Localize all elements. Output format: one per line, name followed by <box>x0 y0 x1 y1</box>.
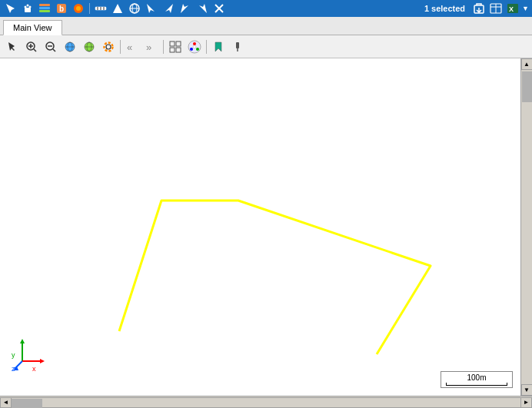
color-palette-icon[interactable] <box>185 38 204 56</box>
scroll-thumb[interactable] <box>522 71 532 102</box>
svg-point-10 <box>76 6 81 11</box>
zoom-in-icon[interactable] <box>22 38 41 56</box>
svg-text:y: y <box>12 351 15 359</box>
scroll-up-arrow[interactable]: ▲ <box>521 58 533 70</box>
scale-bar-line <box>446 383 507 386</box>
hscroll-thumb[interactable] <box>12 399 42 408</box>
bookmark-icon[interactable] <box>209 38 228 56</box>
main-view-tab[interactable]: Main View <box>3 20 62 35</box>
svg-rect-48 <box>176 48 181 52</box>
top-toolbar: b 1 selected X ▼ <box>0 0 532 17</box>
svg-rect-3 <box>25 8 31 12</box>
svg-point-41 <box>106 45 111 49</box>
yellow-shape <box>119 201 431 354</box>
export1-icon[interactable] <box>471 2 487 15</box>
svg-text:»: » <box>146 41 151 53</box>
svg-rect-47 <box>170 48 175 52</box>
letter-b-icon[interactable]: b <box>54 2 69 15</box>
svg-point-50 <box>193 42 196 45</box>
main-area: x y z 100m ▲ ▼ <box>0 58 532 396</box>
tab-bar: Main View <box>0 17 532 35</box>
svg-marker-60 <box>40 359 45 363</box>
svg-rect-6 <box>39 10 50 12</box>
svg-line-33 <box>53 49 55 51</box>
svg-text:x: x <box>32 365 36 373</box>
axis-indicator: x y z <box>11 334 49 373</box>
svg-point-0 <box>27 5 29 7</box>
pin-tool-icon[interactable] <box>228 38 247 56</box>
table-icon[interactable] <box>488 2 504 15</box>
svg-rect-55 <box>236 42 239 48</box>
svg-text:X: X <box>509 5 514 13</box>
globe-color-icon[interactable] <box>61 38 79 56</box>
zoom-out-icon[interactable] <box>42 38 60 56</box>
tb2-sep1 <box>120 40 121 54</box>
arrow-select2-icon[interactable] <box>161 2 176 15</box>
svg-text:«: « <box>127 41 132 53</box>
map-canvas[interactable] <box>0 58 532 396</box>
selected-badge: 1 selected <box>420 4 470 13</box>
forward-icon[interactable]: » <box>142 38 161 56</box>
second-toolbar: « » <box>0 35 532 58</box>
scale-label: 100m <box>467 373 486 382</box>
arrow-select3-icon[interactable] <box>178 2 193 15</box>
svg-text:b: b <box>59 5 64 13</box>
hand-icon[interactable] <box>20 2 35 15</box>
svg-point-51 <box>196 48 199 51</box>
svg-text:z: z <box>12 365 15 373</box>
svg-point-42 <box>105 42 113 51</box>
arrow-tool-icon[interactable] <box>3 38 22 56</box>
arrow-select-icon[interactable] <box>144 2 159 15</box>
svg-marker-58 <box>20 339 25 343</box>
globe2-color-icon[interactable] <box>80 38 98 56</box>
scrollbar-right[interactable]: ▲ ▼ <box>520 58 532 396</box>
back-icon[interactable]: « <box>123 38 141 56</box>
svg-rect-5 <box>39 7 50 9</box>
scroll-down-arrow[interactable]: ▼ <box>521 384 533 396</box>
tb2-sep3 <box>206 40 207 54</box>
tb2-sep2 <box>163 40 164 54</box>
svg-point-53 <box>193 45 196 48</box>
svg-line-29 <box>34 49 36 51</box>
ruler-icon[interactable] <box>93 2 108 15</box>
scroll-right-arrow[interactable]: ► <box>520 397 532 408</box>
sep1 <box>89 3 90 14</box>
svg-rect-46 <box>176 41 181 46</box>
svg-point-52 <box>190 48 193 51</box>
dropdown-arrow-icon[interactable]: ▼ <box>522 5 529 12</box>
gear-icon[interactable] <box>99 38 118 56</box>
map-layer-icon[interactable] <box>37 2 52 15</box>
svg-marker-15 <box>113 4 122 13</box>
close-x-icon[interactable] <box>211 2 227 15</box>
scroll-left-arrow[interactable]: ◄ <box>0 397 12 408</box>
hscroll-track[interactable] <box>12 397 520 408</box>
svg-rect-45 <box>170 41 175 46</box>
excel-icon[interactable]: X <box>505 2 520 15</box>
grid-icon[interactable] <box>166 38 185 56</box>
hscroll-area: ◄ ► <box>0 396 532 408</box>
orange-icon[interactable] <box>71 2 86 15</box>
arrow-select4-icon[interactable] <box>195 2 210 15</box>
svg-marker-54 <box>215 42 221 51</box>
svg-rect-4 <box>39 4 50 6</box>
globe-white-icon[interactable] <box>127 2 142 15</box>
cursor-icon[interactable] <box>3 2 18 15</box>
triangle-icon[interactable] <box>110 2 125 15</box>
scale-bar: 100m <box>441 371 513 388</box>
